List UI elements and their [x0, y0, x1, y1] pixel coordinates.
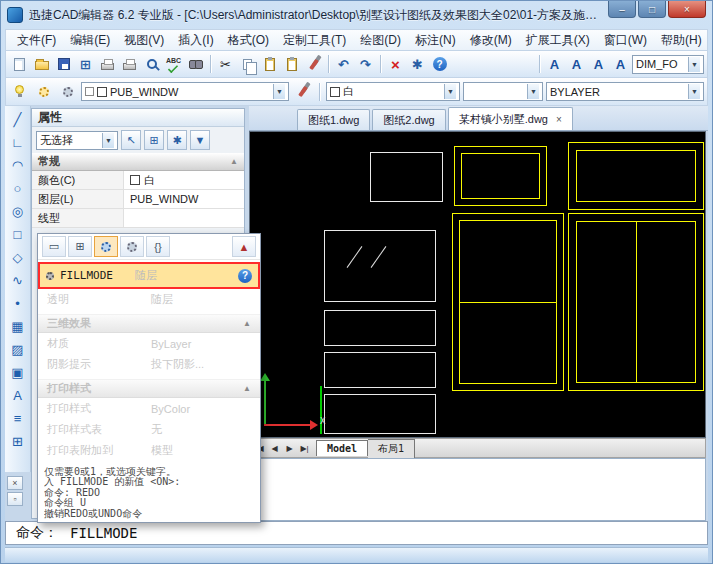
- toggle-value-icon[interactable]: ✱: [167, 130, 187, 150]
- menu-custom-tools[interactable]: 定制工具(T): [276, 30, 353, 51]
- spell-check-icon[interactable]: ABC: [163, 54, 184, 75]
- rectangle-tool-icon[interactable]: □: [8, 223, 28, 245]
- find-icon[interactable]: [185, 54, 206, 75]
- menu-help[interactable]: 帮助(H): [654, 30, 709, 51]
- menu-format[interactable]: 格式(O): [221, 30, 276, 51]
- gradient-tool-icon[interactable]: ▨: [8, 338, 28, 360]
- property-row-color[interactable]: 颜色(C) 白: [32, 171, 244, 190]
- menu-view[interactable]: 视图(V): [117, 30, 171, 51]
- selection-select[interactable]: 无选择 ▼: [36, 131, 118, 150]
- menu-edit[interactable]: 编辑(E): [63, 30, 117, 51]
- paste-icon[interactable]: [259, 54, 280, 75]
- category-view-icon[interactable]: ▭: [42, 236, 66, 257]
- layer-select[interactable]: PUB_WINDW ▼: [81, 82, 289, 101]
- property-row-linetype[interactable]: 线型: [32, 209, 244, 228]
- next-tab-icon[interactable]: ▶: [282, 444, 297, 453]
- doc-tab-active[interactable]: 某村镇小别墅.dwg ×: [448, 107, 573, 130]
- popup-row-plottable[interactable]: 打印样式表 无: [38, 419, 260, 440]
- layer-freeze-icon[interactable]: [57, 81, 78, 102]
- block-tool-icon[interactable]: ⊞: [8, 430, 28, 452]
- linetype-select[interactable]: BYLAYER ▼: [546, 82, 704, 101]
- doc-tab-1[interactable]: 图纸1.dwg: [297, 109, 370, 130]
- menu-insert[interactable]: 插入(I): [171, 30, 220, 51]
- popup-row-plotstyle[interactable]: 打印样式 ByColor: [38, 398, 260, 419]
- layer-on-off-icon[interactable]: [9, 81, 30, 102]
- popup-row-plotattach[interactable]: 打印表附加到 模型: [38, 440, 260, 461]
- menu-dimension[interactable]: 标注(N): [408, 30, 463, 51]
- text-scale-icon[interactable]: A: [588, 54, 609, 75]
- command-history-pane[interactable]: [249, 458, 706, 521]
- point-tool-icon[interactable]: •: [8, 292, 28, 314]
- popup-section-plotstyle[interactable]: 打印样式 ▲: [38, 379, 260, 398]
- popup-row-material[interactable]: 材质 ByLayer: [38, 333, 260, 354]
- open-file-icon[interactable]: [31, 54, 52, 75]
- prev-tab-icon[interactable]: ◀: [267, 444, 282, 453]
- arc-tool-icon[interactable]: ◠: [8, 154, 28, 176]
- tab-layout1[interactable]: 布局1: [368, 439, 415, 458]
- help-icon[interactable]: ?: [429, 54, 450, 75]
- popup-section-3d[interactable]: 三维效果 ▲: [38, 314, 260, 333]
- color-select[interactable]: 白 ▼: [326, 82, 460, 101]
- command-input[interactable]: FILLMODE: [70, 525, 137, 541]
- settings-gear-icon[interactable]: [94, 236, 118, 257]
- filter-icon[interactable]: ▼: [190, 130, 210, 150]
- dim-style-select[interactable]: DIM_FO ▼: [632, 55, 704, 74]
- fillmode-row[interactable]: FILLMODE 随层 ?: [38, 262, 260, 289]
- last-tab-icon[interactable]: ▶|: [297, 444, 312, 453]
- polygon-tool-icon[interactable]: ◇: [8, 246, 28, 268]
- select-objects-icon[interactable]: ↖: [121, 130, 141, 150]
- new-file-icon[interactable]: [9, 54, 30, 75]
- text-tool-icon[interactable]: A: [8, 384, 28, 406]
- plot-grid-icon[interactable]: ⊞: [75, 54, 96, 75]
- menu-window[interactable]: 窗口(W): [597, 30, 654, 51]
- paste-special-icon[interactable]: [281, 54, 302, 75]
- cut-icon[interactable]: ✂: [215, 54, 236, 75]
- layer-settings-icon[interactable]: [33, 81, 54, 102]
- restore-dock-icon[interactable]: ▫: [7, 492, 23, 506]
- spline-tool-icon[interactable]: ∿: [8, 269, 28, 291]
- menu-express-tools[interactable]: 扩展工具(X): [519, 30, 597, 51]
- popup-row-shadow[interactable]: 阴影提示 投下阴影...: [38, 354, 260, 375]
- maximize-button-icon[interactable]: □: [638, 1, 666, 18]
- property-row-layer[interactable]: 图层(L) PUB_WINDW: [32, 190, 244, 209]
- section-general[interactable]: 常规 ▲: [32, 153, 244, 171]
- explode-icon[interactable]: ✱: [407, 54, 428, 75]
- menu-file[interactable]: 文件(F): [10, 30, 63, 51]
- close-button-icon[interactable]: ×: [668, 1, 706, 18]
- polyline-tool-icon[interactable]: ∟: [8, 131, 28, 153]
- close-dock-icon[interactable]: ×: [7, 476, 23, 490]
- minimize-button-icon[interactable]: –: [608, 1, 636, 18]
- command-line[interactable]: 命令： FILLMODE: [5, 521, 708, 545]
- layer-brush-icon[interactable]: [292, 81, 313, 102]
- menu-draw[interactable]: 绘图(D): [353, 30, 408, 51]
- text-style-icon[interactable]: A: [544, 54, 565, 75]
- popup-row-transparency[interactable]: 透明 随层: [38, 289, 260, 310]
- alphabetic-view-icon[interactable]: ⊞: [68, 236, 92, 257]
- match-properties-icon[interactable]: [303, 54, 324, 75]
- drawing-canvas[interactable]: X Y: [249, 131, 706, 438]
- lineweight-select[interactable]: ▼: [463, 82, 543, 101]
- braces-icon[interactable]: {}: [146, 236, 170, 257]
- ellipse-tool-icon[interactable]: ◎: [8, 200, 28, 222]
- help-icon[interactable]: ?: [238, 269, 252, 283]
- quick-select-icon[interactable]: ⊞: [144, 130, 164, 150]
- tab-model[interactable]: Model: [316, 440, 368, 456]
- menu-modify[interactable]: 修改(M): [463, 30, 519, 51]
- delete-icon[interactable]: ×: [385, 54, 406, 75]
- doc-tab-2[interactable]: 图纸2.dwg: [372, 109, 445, 130]
- save-icon[interactable]: [53, 54, 74, 75]
- redo-icon[interactable]: ↷: [355, 54, 376, 75]
- gear-icon[interactable]: [120, 236, 144, 257]
- print-preview-icon[interactable]: [119, 54, 140, 75]
- text-align-icon[interactable]: A: [566, 54, 587, 75]
- undo-icon[interactable]: ↶: [333, 54, 354, 75]
- alert-icon[interactable]: ▲: [232, 236, 256, 257]
- text-edit-icon[interactable]: A: [610, 54, 631, 75]
- circle-tool-icon[interactable]: ○: [8, 177, 28, 199]
- line-tool-icon[interactable]: ╱: [8, 108, 28, 130]
- print-icon[interactable]: [97, 54, 118, 75]
- tab-close-icon[interactable]: ×: [556, 114, 562, 125]
- copy-icon[interactable]: [237, 54, 258, 75]
- region-tool-icon[interactable]: ▣: [8, 361, 28, 383]
- zoom-preview-icon[interactable]: [141, 54, 162, 75]
